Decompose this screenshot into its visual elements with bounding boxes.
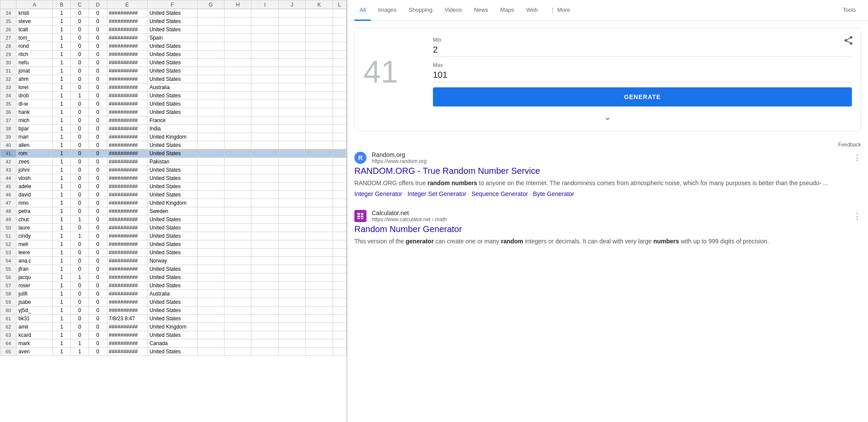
cell-k[interactable] (306, 224, 333, 232)
row-number[interactable]: 27 (0, 34, 17, 42)
tab-news[interactable]: News (469, 0, 494, 21)
cell-e[interactable]: ########## (107, 42, 148, 50)
cell-i[interactable] (251, 306, 278, 315)
cell-h[interactable] (224, 174, 251, 183)
cell-d[interactable]: 0 (89, 133, 107, 141)
cell-h[interactable] (224, 224, 251, 232)
cell-j[interactable] (278, 50, 305, 59)
cell-k[interactable] (306, 108, 333, 116)
cell-d[interactable]: 0 (89, 17, 107, 26)
cell-d[interactable]: 0 (89, 232, 107, 240)
cell-e[interactable]: ########## (107, 100, 148, 108)
cell-c[interactable]: 0 (71, 158, 89, 166)
cell-b[interactable]: 1 (53, 75, 71, 83)
cell-j[interactable] (278, 34, 305, 42)
cell-e[interactable]: ########## (107, 141, 148, 150)
cell-f[interactable]: United States (148, 9, 197, 17)
cell-l[interactable] (333, 141, 346, 150)
cell-j[interactable] (278, 100, 305, 108)
cell-b[interactable]: 1 (53, 348, 71, 356)
cell-j[interactable] (278, 232, 305, 240)
cell-c[interactable]: 0 (71, 174, 89, 183)
cell-c[interactable]: 0 (71, 183, 89, 191)
cell-i[interactable] (251, 50, 278, 59)
cell-c[interactable]: 0 (71, 298, 89, 306)
cell-a[interactable]: julifi (17, 290, 53, 298)
table-row[interactable]: 36hank100##########United States (0, 108, 347, 116)
cell-l[interactable] (333, 59, 346, 67)
cell-k[interactable] (306, 17, 333, 26)
cell-f[interactable]: United States (148, 265, 197, 273)
table-row[interactable]: 44vlosh100##########United States (0, 174, 347, 183)
cell-f[interactable]: France (148, 116, 197, 125)
cell-b[interactable]: 1 (53, 133, 71, 141)
row-number[interactable]: 36 (0, 108, 17, 116)
cell-g[interactable] (197, 150, 224, 158)
cell-k[interactable] (306, 232, 333, 240)
cell-g[interactable] (197, 26, 224, 34)
cell-e[interactable]: ########## (107, 224, 148, 232)
cell-g[interactable] (197, 75, 224, 83)
cell-j[interactable] (278, 323, 305, 331)
cell-f[interactable]: Norway (148, 257, 197, 265)
cell-j[interactable] (278, 26, 305, 34)
row-number[interactable]: 50 (0, 224, 17, 232)
cell-i[interactable] (251, 323, 278, 331)
cell-c[interactable]: 0 (71, 67, 89, 75)
cell-l[interactable] (333, 257, 346, 265)
cell-c[interactable]: 0 (71, 224, 89, 232)
cell-c[interactable]: 0 (71, 315, 89, 323)
row-number[interactable]: 56 (0, 273, 17, 282)
cell-b[interactable]: 1 (53, 150, 71, 158)
cell-l[interactable] (333, 17, 346, 26)
cell-f[interactable]: India (148, 125, 197, 133)
cell-l[interactable] (333, 290, 346, 298)
cell-d[interactable]: 0 (89, 9, 107, 17)
row-number[interactable]: 48 (0, 207, 17, 216)
cell-f[interactable]: United States (148, 273, 197, 282)
cell-i[interactable] (251, 315, 278, 323)
table-row[interactable]: 62amir100##########United Kingdom (0, 323, 347, 331)
cell-j[interactable] (278, 191, 305, 199)
cell-c[interactable]: 0 (71, 257, 89, 265)
cell-c[interactable]: 0 (71, 207, 89, 216)
cell-d[interactable]: 0 (89, 207, 107, 216)
cell-g[interactable] (197, 257, 224, 265)
cell-i[interactable] (251, 199, 278, 207)
cell-h[interactable] (224, 257, 251, 265)
cell-k[interactable] (306, 216, 333, 224)
cell-f[interactable]: United States (148, 50, 197, 59)
cell-g[interactable] (197, 92, 224, 100)
cell-i[interactable] (251, 290, 278, 298)
cell-l[interactable] (333, 348, 346, 356)
cell-b[interactable]: 1 (53, 83, 71, 92)
cell-c[interactable]: 0 (71, 191, 89, 199)
cell-k[interactable] (306, 42, 333, 50)
row-number[interactable]: 32 (0, 75, 17, 83)
cell-g[interactable] (197, 199, 224, 207)
table-row[interactable]: 40allen100##########United States (0, 141, 347, 150)
col-header-b[interactable]: B (53, 0, 71, 9)
table-row[interactable]: 50laure100##########United States (0, 224, 347, 232)
result-title[interactable]: Random Number Generator (354, 224, 861, 234)
cell-b[interactable]: 1 (53, 315, 71, 323)
cell-j[interactable] (278, 315, 305, 323)
cell-d[interactable]: 0 (89, 166, 107, 174)
cell-k[interactable] (306, 240, 333, 249)
min-value[interactable]: 2 (433, 45, 852, 57)
cell-c[interactable]: 0 (71, 125, 89, 133)
table-row[interactable]: 49chuc110##########United States (0, 216, 347, 224)
cell-a[interactable]: kcard (17, 331, 53, 339)
cell-f[interactable]: Spain (148, 34, 197, 42)
tab-videos[interactable]: Videos (439, 0, 467, 21)
cell-e[interactable]: ########## (107, 92, 148, 100)
cell-l[interactable] (333, 306, 346, 315)
cell-f[interactable]: United States (148, 141, 197, 150)
cell-j[interactable] (278, 265, 305, 273)
row-number[interactable]: 45 (0, 183, 17, 191)
cell-d[interactable]: 0 (89, 282, 107, 290)
cell-k[interactable] (306, 83, 333, 92)
cell-a[interactable]: ahm (17, 75, 53, 83)
cell-h[interactable] (224, 158, 251, 166)
cell-a[interactable]: di-w (17, 100, 53, 108)
